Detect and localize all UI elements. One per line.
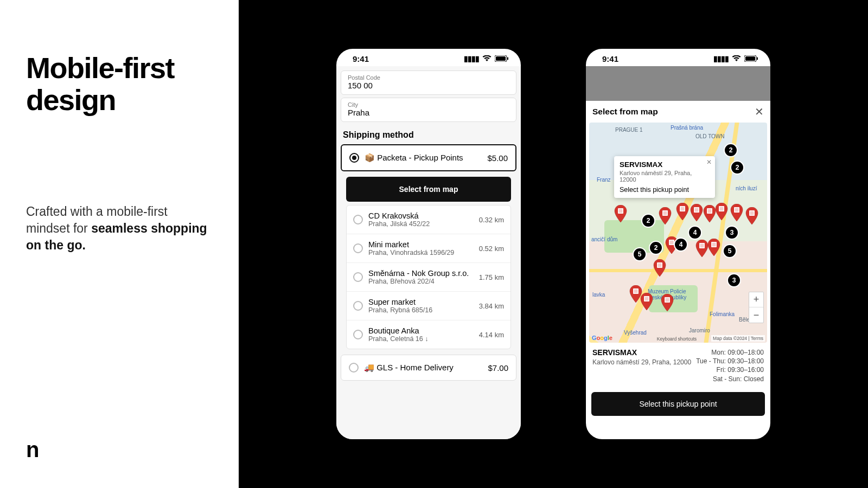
- map-cluster-badge[interactable]: 3: [725, 226, 739, 240]
- map-pin-icon[interactable]: [707, 239, 720, 256]
- infowindow-select-link[interactable]: Select this pickup point: [620, 186, 710, 194]
- pickup-item[interactable]: Směnárna - Nok Group s.r.o. Praha, Břeho…: [347, 262, 510, 291]
- postal-code-label: Postal Code: [348, 74, 509, 81]
- battery-icon: [744, 55, 758, 62]
- pickup-item[interactable]: Mini market Praha, Vinohradská 1596/29 0…: [347, 234, 510, 262]
- selected-pickup-address: Karlovo náměstí 29, Praha, 12000: [592, 358, 692, 367]
- phone-shipping-list: 9:41 ▮▮▮▮ Postal Code 150 00 City Praha …: [331, 43, 526, 445]
- svg-rect-21: [750, 211, 754, 215]
- status-bar: 9:41 ▮▮▮▮: [336, 49, 521, 66]
- select-pickup-button[interactable]: Select this pickup point: [591, 392, 765, 416]
- dimmed-overlay: [586, 66, 770, 101]
- map-cluster-badge[interactable]: 5: [633, 247, 647, 261]
- postal-code-field[interactable]: Postal Code 150 00: [341, 70, 516, 95]
- radio-icon: [353, 301, 363, 311]
- pickup-name: Směnárna - Nok Group s.r.o.: [368, 269, 474, 278]
- map-cluster-badge[interactable]: 3: [727, 273, 741, 287]
- map-label: PRAGUE 1: [615, 127, 643, 133]
- pickup-name: Boutique Anka: [368, 326, 474, 335]
- map-modal-title: Select from map: [592, 107, 658, 117]
- method-label: 🚚 GLS - Home Delivery: [364, 363, 482, 373]
- radio-selected-icon: [349, 153, 359, 163]
- close-icon[interactable]: ✕: [755, 106, 764, 117]
- map-cluster-badge[interactable]: 2: [724, 143, 738, 157]
- pickup-name: Mini market: [368, 240, 474, 249]
- svg-rect-9: [663, 211, 667, 215]
- shipping-method-gls[interactable]: 🚚 GLS - Home Delivery $7.00: [341, 355, 516, 381]
- headline-line-1: Mobile-first: [26, 52, 174, 84]
- map-infowindow: ✕ SERVISMAX Karlovo náměstí 29, Praha, 1…: [614, 156, 715, 198]
- method-price: $7.00: [488, 363, 508, 373]
- pickup-item[interactable]: CD Krakovská Praha, Jilská 452/22 0.32 k…: [347, 206, 510, 234]
- map-modal-header: Select from map ✕: [586, 101, 770, 123]
- shipping-method-packeta[interactable]: 📦 Packeta - Pickup Points $5.00: [341, 144, 516, 171]
- svg-rect-4: [745, 56, 755, 61]
- selected-pickup-hours: Mon: 09:00–18:00 Tue - Thu: 09:30–18:00 …: [696, 348, 764, 383]
- status-bar: 9:41 ▮▮▮▮: [586, 49, 770, 66]
- signal-icon: ▮▮▮▮: [713, 54, 729, 63]
- pickup-distance: 1.75 km: [479, 273, 504, 281]
- pickup-name: CD Krakovská: [368, 211, 474, 220]
- map-label: Vyšehrad: [624, 330, 647, 336]
- map-cluster-badge[interactable]: 2: [649, 241, 663, 255]
- map-pin-icon[interactable]: [614, 205, 627, 222]
- radio-icon: [349, 363, 359, 373]
- pickup-distance: 0.52 km: [479, 245, 504, 253]
- selected-pickup-name: SERVISMAX: [592, 348, 692, 357]
- infowindow-close-icon[interactable]: ✕: [706, 158, 712, 166]
- map-pin-icon[interactable]: [676, 203, 689, 220]
- map-attribution: Map data ©2024 | Terms: [711, 335, 765, 342]
- map-pin-icon[interactable]: [659, 207, 672, 224]
- map-pin-icon[interactable]: [703, 205, 716, 222]
- city-label: City: [348, 101, 509, 108]
- pickup-distance: 0.32 km: [479, 216, 504, 224]
- map-pin-icon[interactable]: [745, 207, 758, 224]
- map-cluster-badge[interactable]: 2: [641, 214, 655, 228]
- postal-code-value: 150 00: [348, 81, 509, 90]
- signal-icon: ▮▮▮▮: [464, 54, 479, 63]
- radio-icon: [353, 272, 363, 282]
- svg-rect-1: [496, 56, 506, 61]
- select-from-map-button[interactable]: Select from map: [346, 177, 511, 202]
- wifi-icon: [732, 55, 741, 62]
- pickup-item[interactable]: Super market Praha, Rybná 685/16 3.84 km: [347, 291, 510, 320]
- map-pin-icon[interactable]: [661, 294, 674, 311]
- map-pin-icon[interactable]: [695, 240, 709, 257]
- google-logo: Google: [592, 335, 612, 341]
- map-pin-icon[interactable]: [715, 203, 728, 220]
- map-cluster-badge[interactable]: 2: [730, 160, 744, 175]
- svg-rect-5: [757, 57, 758, 60]
- map-pin-icon[interactable]: [730, 204, 743, 221]
- map-pin-icon[interactable]: [690, 204, 703, 221]
- pickup-addr: Praha, Jilská 452/22: [368, 220, 474, 228]
- map-label: ancičí dům: [591, 236, 617, 242]
- pickup-item[interactable]: Boutique Anka Praha, Celetná 16 ↓ 4.14 k…: [347, 320, 510, 349]
- svg-rect-13: [695, 208, 699, 212]
- pickup-addr: Praha, Rybná 685/16: [368, 306, 474, 314]
- pickup-point-list: CD Krakovská Praha, Jilská 452/22 0.32 k…: [346, 205, 511, 349]
- pickup-addr: Praha, Vinohradská 1596/29: [368, 249, 474, 256]
- marketing-left-panel: Mobile-first design Crafted with a mobil…: [0, 0, 239, 488]
- battery-icon: [495, 55, 509, 62]
- headline-line-2: design: [26, 84, 116, 116]
- map-pin-icon[interactable]: [653, 259, 666, 277]
- map-label: Prašná brána: [671, 125, 703, 131]
- zoom-in-button[interactable]: +: [749, 292, 763, 307]
- map-label: ních iluzí: [736, 185, 757, 191]
- map-canvas[interactable]: PRAGUE 1 Prašná brána OLD TOWN Muzeum Po…: [589, 123, 767, 343]
- map-cluster-badge[interactable]: 4: [688, 226, 702, 240]
- svg-rect-29: [658, 264, 662, 267]
- zoom-out-button[interactable]: −: [749, 307, 763, 323]
- svg-rect-27: [712, 243, 716, 247]
- svg-rect-17: [720, 207, 724, 211]
- map-cluster-badge[interactable]: 5: [723, 244, 737, 258]
- map-label: Franz: [597, 177, 611, 183]
- map-zoom-control: + −: [749, 292, 764, 323]
- package-icon: 📦: [365, 153, 375, 162]
- logo-icon: n: [26, 438, 213, 462]
- map-pin-icon[interactable]: [640, 293, 653, 310]
- svg-rect-35: [666, 298, 669, 302]
- map-keyboard-shortcuts[interactable]: Keyboard shortcuts: [657, 336, 697, 342]
- map-cluster-badge[interactable]: 4: [674, 237, 688, 252]
- city-field[interactable]: City Praha: [341, 98, 516, 122]
